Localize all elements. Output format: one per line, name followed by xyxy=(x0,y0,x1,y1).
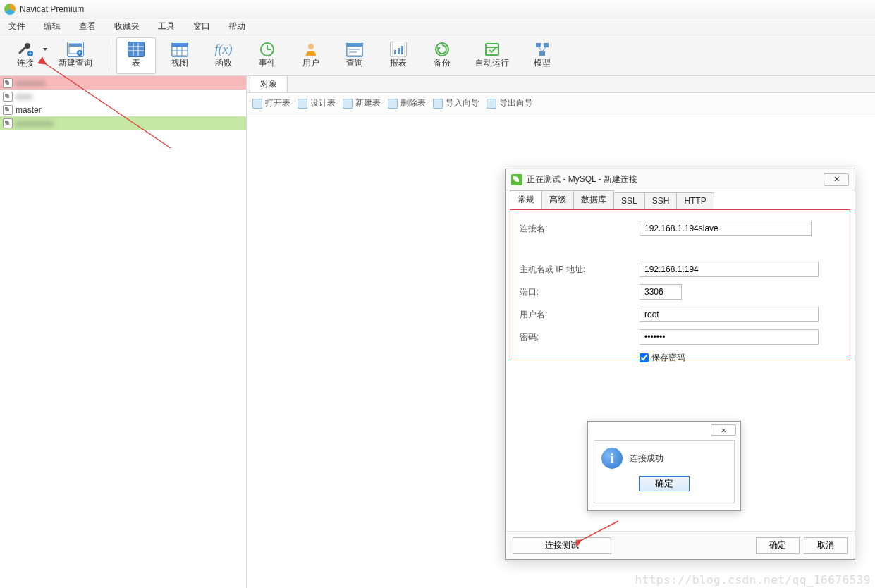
main-toolbar: + 连接 + 新建查询 表 视图 f(x) 函数 事件 用户 查询 报表 备份 xyxy=(0,35,875,76)
tab-objects[interactable]: 对象 xyxy=(250,75,288,92)
query-icon xyxy=(346,42,363,57)
svg-rect-4 xyxy=(69,44,82,47)
conn-name-input[interactable] xyxy=(640,221,812,236)
menu-window[interactable]: 窗口 xyxy=(189,18,214,35)
toolbar-label: 查询 xyxy=(346,57,363,69)
autorun-button[interactable]: 自动运行 xyxy=(466,37,518,74)
svg-rect-30 xyxy=(486,44,498,55)
menu-favorites[interactable]: 收藏夹 xyxy=(110,18,144,35)
window-title: Navicat Premium xyxy=(20,4,84,14)
new-query-button[interactable]: + 新建查询 xyxy=(49,37,102,74)
tab-ssl[interactable]: SSL xyxy=(613,192,645,209)
view-button[interactable]: 视图 xyxy=(160,37,200,74)
tab-ssh[interactable]: SSH xyxy=(644,192,678,209)
dialog-close-button[interactable]: ✕ xyxy=(824,173,849,186)
new-table-button[interactable]: 新建表 xyxy=(343,97,381,109)
view-icon xyxy=(171,42,188,57)
backup-button[interactable]: 备份 xyxy=(422,37,462,74)
toolbar-label: 备份 xyxy=(434,57,451,69)
sidebar-item-label: xxxxxxx xyxy=(16,78,45,88)
sub-toolbar-label: 导出向导 xyxy=(499,97,533,109)
export-wizard-button[interactable]: 导出向导 xyxy=(487,97,533,109)
host-label: 主机名或 IP 地址: xyxy=(520,264,640,276)
sub-toolbar-label: 新建表 xyxy=(355,97,381,109)
tab-advanced[interactable]: 高级 xyxy=(541,190,574,209)
svg-rect-34 xyxy=(539,51,545,56)
model-button[interactable]: 模型 xyxy=(522,37,562,74)
table-icon xyxy=(128,42,145,57)
password-label: 密码: xyxy=(520,331,640,343)
table-small-icon xyxy=(298,99,307,109)
dialog-form: 连接名: 主机名或 IP 地址: 端口: 用户名: 密码: 保存密码 ✕ xyxy=(510,209,850,382)
host-input[interactable] xyxy=(640,262,819,277)
design-table-button[interactable]: 设计表 xyxy=(298,97,336,109)
dialog-title: 正在测试 - MySQL - 新建连接 xyxy=(527,173,637,185)
import-icon xyxy=(433,99,443,109)
dialog-ok-button[interactable]: 确定 xyxy=(756,537,800,554)
delete-table-button[interactable]: 删除表 xyxy=(388,97,426,109)
table-button[interactable]: 表 xyxy=(116,37,156,74)
schedule-icon xyxy=(484,42,501,57)
report-button[interactable]: 报表 xyxy=(379,37,418,74)
connection-sidebar: xxxxxxx xxxx master xxxxxxxxx xyxy=(0,76,247,588)
save-password-label: 保存密码 xyxy=(651,352,685,364)
tab-http[interactable]: HTTP xyxy=(676,192,714,209)
toolbar-label: 报表 xyxy=(390,57,407,69)
save-password-checkbox[interactable] xyxy=(640,353,649,362)
function-button[interactable]: f(x) 函数 xyxy=(204,37,243,74)
svg-rect-32 xyxy=(536,43,541,47)
user-input[interactable] xyxy=(640,307,819,322)
sub-toolbar-label: 删除表 xyxy=(400,97,426,109)
svg-rect-22 xyxy=(347,43,362,47)
open-table-button[interactable]: 打开表 xyxy=(252,97,290,109)
sidebar-connection-item[interactable]: xxxx xyxy=(0,90,246,103)
svg-text:+: + xyxy=(78,49,81,56)
sidebar-connection-item[interactable]: master xyxy=(0,103,246,116)
toolbar-label: 函数 xyxy=(215,57,232,69)
toolbar-label: 表 xyxy=(132,57,140,69)
db-icon xyxy=(3,105,13,115)
import-wizard-button[interactable]: 导入向导 xyxy=(433,97,479,109)
db-icon xyxy=(3,78,13,88)
msgbox-close-button[interactable]: ✕ xyxy=(711,424,736,436)
toolbar-label: 连接 xyxy=(17,57,34,69)
sidebar-item-label: master xyxy=(16,105,42,115)
toolbar-separator xyxy=(109,40,109,71)
tab-database[interactable]: 数据库 xyxy=(573,190,614,209)
watermark-text: https://blog.csdn.net/qq_16676539 xyxy=(635,573,871,587)
sidebar-connection-item[interactable]: xxxxxxxxx xyxy=(0,116,246,130)
dialog-tabs: 常规 高级 数据库 SSL SSH HTTP xyxy=(506,190,855,209)
port-input[interactable] xyxy=(640,284,682,300)
function-icon: f(x) xyxy=(215,42,232,57)
object-sub-toolbar: 打开表 设计表 新建表 删除表 导入向导 导出向导 xyxy=(247,93,875,114)
message-box: ✕ i 连接成功 确定 xyxy=(587,421,741,511)
sidebar-connection-item[interactable]: xxxxxxx xyxy=(0,76,246,90)
user-button[interactable]: 用户 xyxy=(291,37,331,74)
model-icon xyxy=(534,42,551,57)
svg-rect-27 xyxy=(398,48,400,54)
object-tabbar: 对象 xyxy=(247,76,875,93)
query-button[interactable]: 查询 xyxy=(335,37,374,74)
dialog-cancel-button[interactable]: 取消 xyxy=(804,537,848,554)
dialog-titlebar[interactable]: 正在测试 - MySQL - 新建连接 ✕ xyxy=(506,169,855,190)
menu-help[interactable]: 帮助 xyxy=(224,18,250,35)
menu-file[interactable]: 文件 xyxy=(4,18,30,35)
sub-toolbar-label: 打开表 xyxy=(265,97,290,109)
toolbar-label: 新建查询 xyxy=(59,57,92,69)
event-button[interactable]: 事件 xyxy=(247,37,287,74)
svg-rect-28 xyxy=(401,46,403,54)
connection-dialog: 正在测试 - MySQL - 新建连接 ✕ 常规 高级 数据库 SSL SSH … xyxy=(505,169,855,560)
tab-general[interactable]: 常规 xyxy=(510,190,542,209)
connect-button[interactable]: + 连接 xyxy=(6,37,45,74)
table-small-icon xyxy=(252,99,262,109)
msgbox-ok-button[interactable]: 确定 xyxy=(639,476,690,491)
plug-icon: + xyxy=(17,42,34,57)
test-connection-button[interactable]: 连接测试 xyxy=(513,537,611,554)
menu-edit[interactable]: 编辑 xyxy=(39,18,65,35)
menu-view[interactable]: 查看 xyxy=(75,18,100,35)
mysql-icon xyxy=(511,174,522,185)
password-input[interactable] xyxy=(640,329,819,345)
menu-tools[interactable]: 工具 xyxy=(154,18,179,35)
svg-line-36 xyxy=(542,47,546,51)
info-icon: i xyxy=(601,448,623,469)
